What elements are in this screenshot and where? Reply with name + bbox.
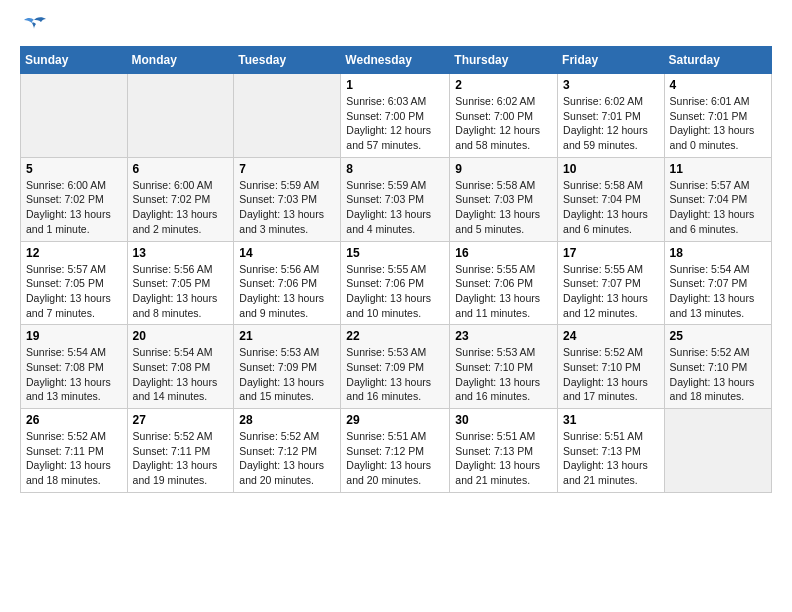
calendar-day-cell: 26Sunrise: 5:52 AM Sunset: 7:11 PM Dayli… xyxy=(21,409,128,493)
day-number: 10 xyxy=(563,162,659,176)
calendar-day-cell xyxy=(234,74,341,158)
calendar-day-cell: 2Sunrise: 6:02 AM Sunset: 7:00 PM Daylig… xyxy=(450,74,558,158)
day-number: 8 xyxy=(346,162,444,176)
day-number: 2 xyxy=(455,78,552,92)
calendar-week-row: 12Sunrise: 5:57 AM Sunset: 7:05 PM Dayli… xyxy=(21,241,772,325)
calendar-day-cell: 11Sunrise: 5:57 AM Sunset: 7:04 PM Dayli… xyxy=(664,157,771,241)
day-number: 20 xyxy=(133,329,229,343)
day-info: Sunrise: 5:54 AM Sunset: 7:07 PM Dayligh… xyxy=(670,262,766,321)
day-info: Sunrise: 5:52 AM Sunset: 7:11 PM Dayligh… xyxy=(26,429,122,488)
calendar-week-row: 5Sunrise: 6:00 AM Sunset: 7:02 PM Daylig… xyxy=(21,157,772,241)
weekday-header-row: SundayMondayTuesdayWednesdayThursdayFrid… xyxy=(21,47,772,74)
day-number: 13 xyxy=(133,246,229,260)
calendar-day-cell: 6Sunrise: 6:00 AM Sunset: 7:02 PM Daylig… xyxy=(127,157,234,241)
day-number: 28 xyxy=(239,413,335,427)
day-info: Sunrise: 5:55 AM Sunset: 7:06 PM Dayligh… xyxy=(346,262,444,321)
day-info: Sunrise: 5:57 AM Sunset: 7:04 PM Dayligh… xyxy=(670,178,766,237)
logo xyxy=(20,16,52,38)
day-number: 22 xyxy=(346,329,444,343)
calendar-day-cell xyxy=(127,74,234,158)
day-info: Sunrise: 5:54 AM Sunset: 7:08 PM Dayligh… xyxy=(133,345,229,404)
calendar-day-cell: 3Sunrise: 6:02 AM Sunset: 7:01 PM Daylig… xyxy=(558,74,665,158)
day-number: 25 xyxy=(670,329,766,343)
day-number: 19 xyxy=(26,329,122,343)
weekday-header-thursday: Thursday xyxy=(450,47,558,74)
day-info: Sunrise: 5:56 AM Sunset: 7:05 PM Dayligh… xyxy=(133,262,229,321)
day-number: 15 xyxy=(346,246,444,260)
day-number: 12 xyxy=(26,246,122,260)
logo-bird-icon xyxy=(20,16,48,38)
weekday-header-friday: Friday xyxy=(558,47,665,74)
day-info: Sunrise: 5:54 AM Sunset: 7:08 PM Dayligh… xyxy=(26,345,122,404)
day-info: Sunrise: 5:58 AM Sunset: 7:03 PM Dayligh… xyxy=(455,178,552,237)
calendar-day-cell: 28Sunrise: 5:52 AM Sunset: 7:12 PM Dayli… xyxy=(234,409,341,493)
day-info: Sunrise: 6:03 AM Sunset: 7:00 PM Dayligh… xyxy=(346,94,444,153)
day-info: Sunrise: 5:52 AM Sunset: 7:11 PM Dayligh… xyxy=(133,429,229,488)
day-info: Sunrise: 5:51 AM Sunset: 7:12 PM Dayligh… xyxy=(346,429,444,488)
calendar-day-cell: 5Sunrise: 6:00 AM Sunset: 7:02 PM Daylig… xyxy=(21,157,128,241)
day-number: 23 xyxy=(455,329,552,343)
calendar-day-cell: 17Sunrise: 5:55 AM Sunset: 7:07 PM Dayli… xyxy=(558,241,665,325)
day-number: 26 xyxy=(26,413,122,427)
calendar-day-cell: 7Sunrise: 5:59 AM Sunset: 7:03 PM Daylig… xyxy=(234,157,341,241)
calendar-day-cell: 4Sunrise: 6:01 AM Sunset: 7:01 PM Daylig… xyxy=(664,74,771,158)
day-info: Sunrise: 6:00 AM Sunset: 7:02 PM Dayligh… xyxy=(133,178,229,237)
day-number: 5 xyxy=(26,162,122,176)
day-info: Sunrise: 5:56 AM Sunset: 7:06 PM Dayligh… xyxy=(239,262,335,321)
day-info: Sunrise: 6:02 AM Sunset: 7:00 PM Dayligh… xyxy=(455,94,552,153)
day-number: 30 xyxy=(455,413,552,427)
calendar-week-row: 26Sunrise: 5:52 AM Sunset: 7:11 PM Dayli… xyxy=(21,409,772,493)
calendar-week-row: 1Sunrise: 6:03 AM Sunset: 7:00 PM Daylig… xyxy=(21,74,772,158)
day-info: Sunrise: 5:53 AM Sunset: 7:09 PM Dayligh… xyxy=(346,345,444,404)
calendar-day-cell: 15Sunrise: 5:55 AM Sunset: 7:06 PM Dayli… xyxy=(341,241,450,325)
calendar-day-cell: 24Sunrise: 5:52 AM Sunset: 7:10 PM Dayli… xyxy=(558,325,665,409)
calendar-day-cell: 13Sunrise: 5:56 AM Sunset: 7:05 PM Dayli… xyxy=(127,241,234,325)
calendar-day-cell: 31Sunrise: 5:51 AM Sunset: 7:13 PM Dayli… xyxy=(558,409,665,493)
weekday-header-saturday: Saturday xyxy=(664,47,771,74)
day-info: Sunrise: 5:57 AM Sunset: 7:05 PM Dayligh… xyxy=(26,262,122,321)
calendar-day-cell: 9Sunrise: 5:58 AM Sunset: 7:03 PM Daylig… xyxy=(450,157,558,241)
day-info: Sunrise: 6:01 AM Sunset: 7:01 PM Dayligh… xyxy=(670,94,766,153)
day-info: Sunrise: 5:55 AM Sunset: 7:06 PM Dayligh… xyxy=(455,262,552,321)
day-info: Sunrise: 6:02 AM Sunset: 7:01 PM Dayligh… xyxy=(563,94,659,153)
day-number: 31 xyxy=(563,413,659,427)
day-info: Sunrise: 5:52 AM Sunset: 7:10 PM Dayligh… xyxy=(670,345,766,404)
calendar-day-cell: 23Sunrise: 5:53 AM Sunset: 7:10 PM Dayli… xyxy=(450,325,558,409)
day-number: 27 xyxy=(133,413,229,427)
weekday-header-tuesday: Tuesday xyxy=(234,47,341,74)
calendar-day-cell: 20Sunrise: 5:54 AM Sunset: 7:08 PM Dayli… xyxy=(127,325,234,409)
day-number: 3 xyxy=(563,78,659,92)
calendar-day-cell: 16Sunrise: 5:55 AM Sunset: 7:06 PM Dayli… xyxy=(450,241,558,325)
weekday-header-monday: Monday xyxy=(127,47,234,74)
calendar-day-cell: 29Sunrise: 5:51 AM Sunset: 7:12 PM Dayli… xyxy=(341,409,450,493)
day-number: 16 xyxy=(455,246,552,260)
day-number: 24 xyxy=(563,329,659,343)
day-number: 29 xyxy=(346,413,444,427)
calendar-day-cell: 27Sunrise: 5:52 AM Sunset: 7:11 PM Dayli… xyxy=(127,409,234,493)
day-info: Sunrise: 5:58 AM Sunset: 7:04 PM Dayligh… xyxy=(563,178,659,237)
day-info: Sunrise: 5:55 AM Sunset: 7:07 PM Dayligh… xyxy=(563,262,659,321)
calendar-day-cell: 30Sunrise: 5:51 AM Sunset: 7:13 PM Dayli… xyxy=(450,409,558,493)
day-info: Sunrise: 5:53 AM Sunset: 7:10 PM Dayligh… xyxy=(455,345,552,404)
day-info: Sunrise: 5:51 AM Sunset: 7:13 PM Dayligh… xyxy=(455,429,552,488)
day-number: 9 xyxy=(455,162,552,176)
calendar-day-cell: 8Sunrise: 5:59 AM Sunset: 7:03 PM Daylig… xyxy=(341,157,450,241)
day-info: Sunrise: 5:53 AM Sunset: 7:09 PM Dayligh… xyxy=(239,345,335,404)
weekday-header-sunday: Sunday xyxy=(21,47,128,74)
calendar-day-cell: 21Sunrise: 5:53 AM Sunset: 7:09 PM Dayli… xyxy=(234,325,341,409)
day-info: Sunrise: 5:51 AM Sunset: 7:13 PM Dayligh… xyxy=(563,429,659,488)
day-info: Sunrise: 6:00 AM Sunset: 7:02 PM Dayligh… xyxy=(26,178,122,237)
day-number: 14 xyxy=(239,246,335,260)
header xyxy=(20,16,772,38)
day-number: 7 xyxy=(239,162,335,176)
calendar-day-cell: 18Sunrise: 5:54 AM Sunset: 7:07 PM Dayli… xyxy=(664,241,771,325)
calendar-table: SundayMondayTuesdayWednesdayThursdayFrid… xyxy=(20,46,772,493)
calendar-day-cell: 25Sunrise: 5:52 AM Sunset: 7:10 PM Dayli… xyxy=(664,325,771,409)
day-number: 1 xyxy=(346,78,444,92)
calendar-day-cell: 10Sunrise: 5:58 AM Sunset: 7:04 PM Dayli… xyxy=(558,157,665,241)
day-number: 11 xyxy=(670,162,766,176)
calendar-day-cell: 12Sunrise: 5:57 AM Sunset: 7:05 PM Dayli… xyxy=(21,241,128,325)
day-info: Sunrise: 5:59 AM Sunset: 7:03 PM Dayligh… xyxy=(346,178,444,237)
day-info: Sunrise: 5:52 AM Sunset: 7:10 PM Dayligh… xyxy=(563,345,659,404)
day-info: Sunrise: 5:52 AM Sunset: 7:12 PM Dayligh… xyxy=(239,429,335,488)
